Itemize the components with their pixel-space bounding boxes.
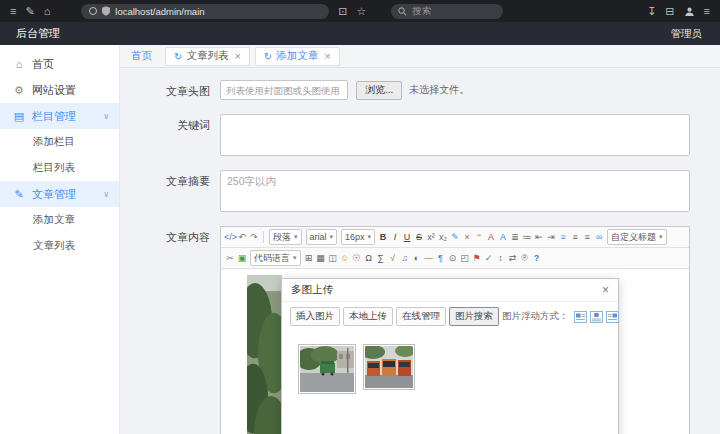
sidebar-item-site-settings[interactable]: ⚙ 网站设置 — [0, 77, 119, 103]
custom-title-dropdown[interactable]: 自定义标题 — [607, 229, 667, 245]
refresh-icon[interactable]: ↻ — [264, 51, 272, 62]
close-icon[interactable]: × — [234, 50, 240, 62]
line-height-icon[interactable]: ↕ — [495, 249, 507, 267]
url-bar[interactable]: localhost/admin/main — [81, 4, 329, 19]
bookmark-star-icon[interactable]: ☆ — [357, 6, 367, 17]
insert-table-icon[interactable]: ⊞ — [303, 249, 315, 267]
extensions-icon[interactable]: ⊡ — [338, 6, 347, 17]
blockquote-icon[interactable]: “ — [473, 228, 485, 246]
sidebar-item-label: 首页 — [32, 57, 54, 72]
table-grid-icon[interactable]: ▦ — [315, 249, 327, 267]
float-center-icon[interactable] — [590, 311, 603, 323]
tab-article-list[interactable]: ↻ 文章列表 × — [165, 47, 250, 66]
source-code-icon[interactable]: </> — [224, 228, 236, 246]
background-color-icon[interactable]: A — [497, 228, 509, 246]
formula-icon[interactable]: ∑ — [375, 249, 387, 267]
link-icon[interactable]: ∞ — [593, 228, 605, 246]
remove-format-icon[interactable]: × — [461, 228, 473, 246]
float-none-icon[interactable] — [574, 311, 587, 323]
check-icon[interactable]: ✓ — [483, 249, 495, 267]
refresh-icon[interactable]: ↻ — [174, 51, 182, 62]
editor-content-area[interactable]: 多图上传 × 插入图片 本地上传 在线管理 图片搜索 图片浮动方式： — [221, 269, 689, 434]
admin-title: 后台管理 — [16, 26, 60, 41]
align-left-icon[interactable]: ≡ — [557, 228, 569, 246]
toolbar-group: ⊞▦◫☺☉Ω∑√♫◐—¶⊙◰⚑✓↕⇄®? — [303, 249, 543, 267]
superscript-icon[interactable]: x² — [425, 228, 437, 246]
font-size-dropdown[interactable]: 16px — [341, 229, 375, 245]
browser-home-icon[interactable]: ⌂ — [44, 6, 51, 17]
paragraph-mark-icon[interactable]: ¶ — [435, 249, 447, 267]
code-language-dropdown[interactable]: 代码语言 — [250, 250, 301, 266]
horizontal-rule-icon[interactable]: — — [423, 249, 435, 267]
spellcheck-icon[interactable]: √ — [387, 249, 399, 267]
browser-menu-icon[interactable]: ≡ — [10, 6, 16, 17]
align-right-icon[interactable]: ≡ — [581, 228, 593, 246]
field-label-content: 文章内容 — [120, 226, 210, 434]
switch-icon[interactable]: ⇄ — [507, 249, 519, 267]
browser-search-box[interactable]: 搜索 — [391, 4, 503, 19]
italic-icon[interactable]: I — [389, 228, 401, 246]
summary-textarea[interactable] — [220, 170, 690, 212]
browse-button[interactable]: 浏览... — [356, 81, 402, 100]
uploaded-image-street[interactable] — [298, 344, 356, 394]
insert-image-icon[interactable]: ▣ — [236, 249, 248, 267]
browser-toolbar: ≡ ✎ ⌂ localhost/admin/main ⊡ ☆ 搜索 ↧ ⊟ ≡ — [0, 0, 720, 22]
tab-add-article[interactable]: ↻ 添加文章 × — [255, 47, 340, 66]
redo-icon[interactable]: ↷ — [248, 228, 260, 246]
bold-icon[interactable]: B — [377, 228, 389, 246]
map-icon[interactable]: ☉ — [351, 249, 363, 267]
tab-home[interactable]: 首页 — [123, 47, 160, 66]
uploaded-image-trucks[interactable] — [363, 344, 415, 390]
sidebar-item-add-column[interactable]: 添加栏目 — [0, 129, 119, 155]
dialog-close-icon[interactable]: × — [602, 283, 609, 297]
dialog-tab-local-upload[interactable]: 本地上传 — [343, 307, 393, 326]
profile-icon[interactable] — [684, 6, 695, 17]
underline-icon[interactable]: U — [401, 228, 413, 246]
dropdown-value: 自定义标题 — [611, 231, 656, 244]
compose-icon[interactable]: ✎ — [25, 6, 34, 17]
font-color-icon[interactable]: A — [485, 228, 497, 246]
dialog-title: 多图上传 — [291, 283, 333, 297]
about-icon[interactable]: ® — [519, 249, 531, 267]
fullscreen-icon[interactable]: ◰ — [459, 249, 471, 267]
dialog-tab-image-search[interactable]: 图片搜索 — [449, 307, 499, 326]
flag-icon[interactable]: ⚑ — [471, 249, 483, 267]
multi-image-upload-dialog: 多图上传 × 插入图片 本地上传 在线管理 图片搜索 图片浮动方式： — [281, 278, 619, 434]
undo-icon[interactable]: ↶ — [236, 228, 248, 246]
dialog-tab-insert-image[interactable]: 插入图片 — [290, 307, 340, 326]
indent-icon[interactable]: ⇥ — [545, 228, 557, 246]
sidebar-item-column-list[interactable]: 栏目列表 — [0, 155, 119, 181]
keywords-textarea[interactable] — [220, 114, 690, 156]
chevron-down-icon: ∨ — [103, 112, 109, 121]
panels-icon[interactable]: ⊟ — [665, 6, 674, 17]
sidebar-item-article-list[interactable]: 文章列表 — [0, 233, 119, 259]
split-cell-icon[interactable]: ◫ — [327, 249, 339, 267]
close-icon[interactable]: × — [324, 50, 330, 62]
sidebar-item-home[interactable]: ⌂ 首页 — [0, 51, 119, 77]
sidebar-item-add-article[interactable]: 添加文章 — [0, 207, 119, 233]
float-right-icon[interactable] — [606, 311, 619, 323]
emoticon-icon[interactable]: ☺ — [339, 249, 351, 267]
sidebar-item-article-management[interactable]: ✎ 文章管理 ∨ — [0, 181, 119, 207]
paragraph-dropdown[interactable]: 段落 — [269, 229, 302, 245]
sidebar-item-column-management[interactable]: ▤ 栏目管理 ∨ — [0, 103, 119, 129]
font-family-dropdown[interactable]: arial — [306, 229, 338, 245]
align-center-icon[interactable]: ≡ — [569, 228, 581, 246]
special-char-icon[interactable]: Ω — [363, 249, 375, 267]
search-replace-icon[interactable]: ⊙ — [447, 249, 459, 267]
snapshot-icon[interactable]: ◐ — [411, 249, 423, 267]
strikethrough-icon[interactable]: S — [413, 228, 425, 246]
browser-overflow-menu-icon[interactable]: ≡ — [704, 6, 710, 17]
unordered-list-icon[interactable]: ≣ — [509, 228, 521, 246]
help-icon[interactable]: ? — [531, 249, 543, 267]
admin-user[interactable]: 管理员 — [671, 27, 703, 41]
header-image-input[interactable] — [220, 80, 348, 100]
ordered-list-icon[interactable]: ≔ — [521, 228, 533, 246]
music-icon[interactable]: ♫ — [399, 249, 411, 267]
download-icon[interactable]: ↧ — [647, 6, 656, 17]
format-painter-icon[interactable]: ✎ — [449, 228, 461, 246]
outdent-icon[interactable]: ⇤ — [533, 228, 545, 246]
attachment-icon[interactable]: ✂ — [224, 249, 236, 267]
dialog-tab-online-manage[interactable]: 在线管理 — [396, 307, 446, 326]
subscript-icon[interactable]: x₂ — [437, 228, 449, 246]
